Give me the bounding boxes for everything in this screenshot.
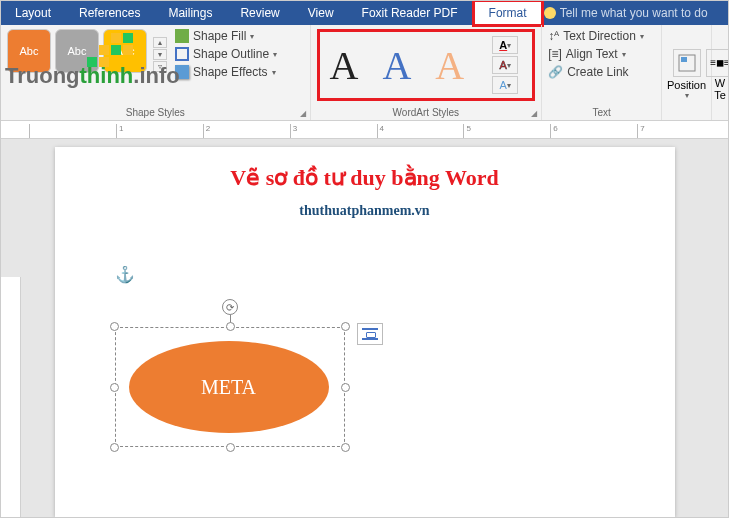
tell-me-search[interactable]: Tell me what you want to do [544, 6, 708, 20]
shape-fill-label: Shape Fill [193, 29, 246, 43]
chevron-down-icon: ▾ [272, 68, 276, 77]
tab-format[interactable]: Format [472, 0, 544, 27]
wrap-label-1: W [715, 77, 725, 89]
shape-outline-button[interactable]: Shape Outline ▾ [175, 47, 277, 61]
horizontal-ruler[interactable]: 1 2 3 4 5 6 7 [1, 121, 728, 139]
ellipse-shape[interactable]: META [129, 341, 329, 433]
chevron-down-icon: ▾ [273, 50, 277, 59]
text-direction-button[interactable]: ↕ᴬ Text Direction▾ [548, 29, 655, 43]
text-fill-button[interactable]: A ▾ [492, 36, 518, 54]
tab-references[interactable]: References [65, 2, 154, 24]
tab-mailings[interactable]: Mailings [154, 2, 226, 24]
tab-foxit[interactable]: Foxit Reader PDF [348, 2, 472, 24]
bucket-icon [175, 29, 189, 43]
tell-me-label: Tell me what you want to do [560, 6, 708, 20]
link-icon: 🔗 [548, 65, 563, 79]
tab-review[interactable]: Review [226, 2, 293, 24]
align-text-button[interactable]: [≡] Align Text▾ [548, 47, 655, 61]
document-page[interactable]: Vẽ sơ đồ tư duy bằng Word thuthuatphanme… [55, 147, 675, 517]
position-icon [677, 53, 697, 73]
doc-subtitle[interactable]: thuthuatphanmem.vn [95, 203, 635, 219]
shape-text[interactable]: META [201, 376, 256, 399]
wordart-side-tools: A ▾ A ▾ A ▾ [492, 36, 518, 94]
layout-options-icon [362, 328, 378, 340]
layout-options-button[interactable] [357, 323, 383, 345]
align-text-icon: [≡] [548, 47, 562, 61]
document-workspace: Vẽ sơ đồ tư duy bằng Word thuthuatphanme… [1, 139, 728, 518]
svg-rect-4 [99, 45, 109, 55]
wrap-text-button[interactable]: ≡◼≡ [706, 49, 729, 77]
create-link-label: Create Link [567, 65, 628, 79]
group-label-shape-styles: Shape Styles [1, 107, 310, 118]
wordart-style-2[interactable]: A [382, 42, 411, 89]
wordart-style-3[interactable]: A [435, 42, 464, 89]
resize-handle-r[interactable] [341, 383, 350, 392]
watermark-text: Truongthinh.info [5, 63, 180, 89]
group-arrange: Position ▾ [662, 25, 712, 120]
svg-rect-1 [681, 57, 687, 62]
create-link-button[interactable]: 🔗 Create Link [548, 65, 655, 79]
vertical-ruler[interactable] [1, 277, 21, 518]
resize-handle-br[interactable] [341, 443, 350, 452]
selected-shape-container[interactable]: ⟳ META [115, 327, 345, 447]
svg-rect-2 [111, 33, 121, 43]
wordart-gallery[interactable]: A A A A ▾ A ▾ A ▾ [317, 29, 536, 101]
svg-rect-3 [123, 33, 133, 43]
wordart-style-1[interactable]: A [330, 42, 359, 89]
group-label-wordart: WordArt Styles [311, 107, 542, 118]
doc-title[interactable]: Vẽ sơ đồ tư duy bằng Word [95, 165, 635, 191]
resize-handle-t[interactable] [226, 322, 235, 331]
text-direction-label: Text Direction [563, 29, 636, 43]
ribbon-tab-bar: Layout References Mailings Review View F… [1, 1, 728, 25]
align-text-label: Align Text [566, 47, 618, 61]
group-wrap-partial: ≡◼≡ W Te [712, 25, 728, 120]
chevron-down-icon: ▾ [250, 32, 254, 41]
rotate-handle[interactable]: ⟳ [222, 299, 238, 315]
shape-outline-label: Shape Outline [193, 47, 269, 61]
dialog-launcher-shape[interactable]: ◢ [300, 109, 306, 118]
group-label-text: Text [542, 107, 661, 118]
anchor-icon[interactable]: ⚓ [115, 265, 135, 284]
wrap-label-2: Te [714, 89, 726, 101]
group-wordart-styles: A A A A ▾ A ▾ A ▾ WordArt Styles ◢ [311, 25, 543, 120]
position-label: Position [667, 79, 706, 91]
position-button[interactable] [673, 49, 701, 77]
wrap-icon: ≡◼≡ [710, 57, 729, 68]
resize-handle-bl[interactable] [110, 443, 119, 452]
resize-handle-tl[interactable] [110, 322, 119, 331]
shape-effects-label: Shape Effects [193, 65, 268, 79]
svg-rect-6 [123, 45, 133, 55]
text-effects-button[interactable]: A ▾ [492, 76, 518, 94]
lightbulb-icon [544, 7, 556, 19]
resize-handle-tr[interactable] [341, 322, 350, 331]
chevron-down-icon: ▾ [685, 91, 689, 100]
dialog-launcher-wordart[interactable]: ◢ [531, 109, 537, 118]
pen-icon [175, 47, 189, 61]
tab-layout[interactable]: Layout [1, 2, 65, 24]
text-outline-button[interactable]: A ▾ [492, 56, 518, 74]
shape-fill-button[interactable]: Shape Fill ▾ [175, 29, 277, 43]
shape-tools-column: Shape Fill ▾ Shape Outline ▾ Shape Effec… [175, 29, 277, 79]
group-text: ↕ᴬ Text Direction▾ [≡] Align Text▾ 🔗 Cre… [542, 25, 662, 120]
text-direction-icon: ↕ᴬ [548, 29, 559, 43]
resize-handle-l[interactable] [110, 383, 119, 392]
resize-handle-b[interactable] [226, 443, 235, 452]
tab-view[interactable]: View [294, 2, 348, 24]
shape-effects-button[interactable]: Shape Effects ▾ [175, 65, 277, 79]
svg-rect-5 [111, 45, 121, 55]
